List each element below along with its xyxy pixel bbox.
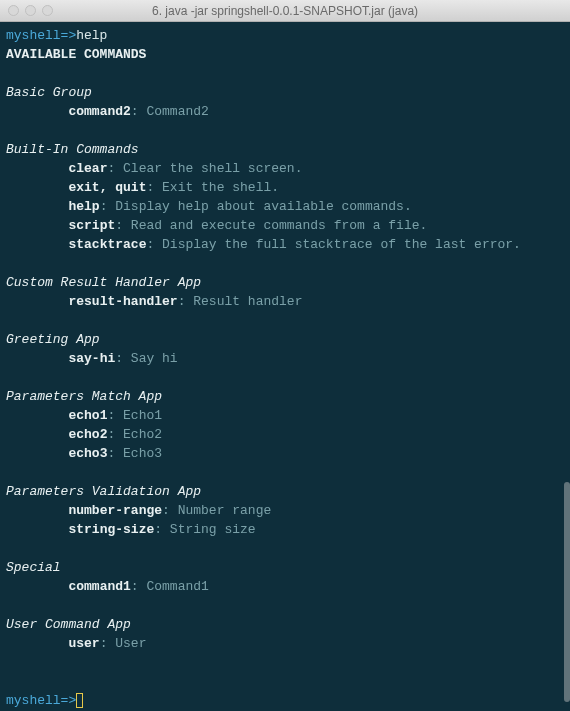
command-name: echo2 bbox=[68, 427, 107, 442]
command-name: result-handler bbox=[68, 294, 177, 309]
command-name: command2 bbox=[68, 104, 130, 119]
command-description: : Echo3 bbox=[107, 446, 162, 461]
command-entry: help: Display help about available comma… bbox=[6, 197, 564, 216]
command-name: exit, quit bbox=[68, 180, 146, 195]
command-name: stacktrace bbox=[68, 237, 146, 252]
command-description: : Read and execute commands from a file. bbox=[115, 218, 427, 233]
command-name: script bbox=[68, 218, 115, 233]
command-description: : Command2 bbox=[131, 104, 209, 119]
command-description: : Result handler bbox=[178, 294, 303, 309]
command-name: user bbox=[68, 636, 99, 651]
command-group: Special bbox=[6, 558, 564, 577]
command-description: : Clear the shell screen. bbox=[107, 161, 302, 176]
cursor bbox=[76, 693, 83, 708]
command-entry: exit, quit: Exit the shell. bbox=[6, 178, 564, 197]
user-command: help bbox=[76, 28, 107, 43]
command-group: Parameters Match App bbox=[6, 387, 564, 406]
command-name: help bbox=[68, 199, 99, 214]
command-description: : String size bbox=[154, 522, 255, 537]
command-name: echo3 bbox=[68, 446, 107, 461]
command-entry: echo1: Echo1 bbox=[6, 406, 564, 425]
traffic-lights bbox=[8, 5, 53, 16]
command-description: : Number range bbox=[162, 503, 271, 518]
command-entry: command1: Command1 bbox=[6, 577, 564, 596]
command-name: command1 bbox=[68, 579, 130, 594]
command-name: say-hi bbox=[68, 351, 115, 366]
command-description: : User bbox=[100, 636, 147, 651]
prompt-line: myshell=>help bbox=[6, 26, 564, 45]
command-entry: echo3: Echo3 bbox=[6, 444, 564, 463]
command-description: : Display the full stacktrace of the las… bbox=[146, 237, 520, 252]
minimize-icon[interactable] bbox=[25, 5, 36, 16]
command-entry: result-handler: Result handler bbox=[6, 292, 564, 311]
scrollbar[interactable] bbox=[564, 22, 570, 711]
close-icon[interactable] bbox=[8, 5, 19, 16]
zoom-icon[interactable] bbox=[42, 5, 53, 16]
command-name: number-range bbox=[68, 503, 162, 518]
command-description: : Command1 bbox=[131, 579, 209, 594]
command-group: Parameters Validation App bbox=[6, 482, 564, 501]
window-title: 6. java -jar springshell-0.0.1-SNAPSHOT.… bbox=[0, 4, 570, 18]
command-group: User Command App bbox=[6, 615, 564, 634]
command-name: clear bbox=[68, 161, 107, 176]
command-group: Greeting App bbox=[6, 330, 564, 349]
command-entry: say-hi: Say hi bbox=[6, 349, 564, 368]
command-entry: script: Read and execute commands from a… bbox=[6, 216, 564, 235]
command-entry: clear: Clear the shell screen. bbox=[6, 159, 564, 178]
command-description: : Display help about available commands. bbox=[100, 199, 412, 214]
command-name: echo1 bbox=[68, 408, 107, 423]
command-description: : Exit the shell. bbox=[146, 180, 279, 195]
command-group: Custom Result Handler App bbox=[6, 273, 564, 292]
command-group: Basic Group bbox=[6, 83, 564, 102]
command-name: string-size bbox=[68, 522, 154, 537]
command-entry: user: User bbox=[6, 634, 564, 653]
available-commands-heading: AVAILABLE COMMANDS bbox=[6, 45, 564, 64]
command-entry: stacktrace: Display the full stacktrace … bbox=[6, 235, 564, 254]
scrollbar-thumb[interactable] bbox=[564, 482, 570, 702]
prompt: myshell=> bbox=[6, 28, 76, 43]
command-entry: number-range: Number range bbox=[6, 501, 564, 520]
command-entry: command2: Command2 bbox=[6, 102, 564, 121]
command-description: : Echo1 bbox=[107, 408, 162, 423]
command-description: : Echo2 bbox=[107, 427, 162, 442]
prompt: myshell=> bbox=[6, 693, 76, 708]
command-description: : Say hi bbox=[115, 351, 177, 366]
command-entry: string-size: String size bbox=[6, 520, 564, 539]
prompt-line[interactable]: myshell=> bbox=[6, 691, 564, 710]
command-group: Built-In Commands bbox=[6, 140, 564, 159]
command-entry: echo2: Echo2 bbox=[6, 425, 564, 444]
terminal-output[interactable]: myshell=>helpAVAILABLE COMMANDS Basic Gr… bbox=[0, 22, 570, 711]
window-titlebar: 6. java -jar springshell-0.0.1-SNAPSHOT.… bbox=[0, 0, 570, 22]
